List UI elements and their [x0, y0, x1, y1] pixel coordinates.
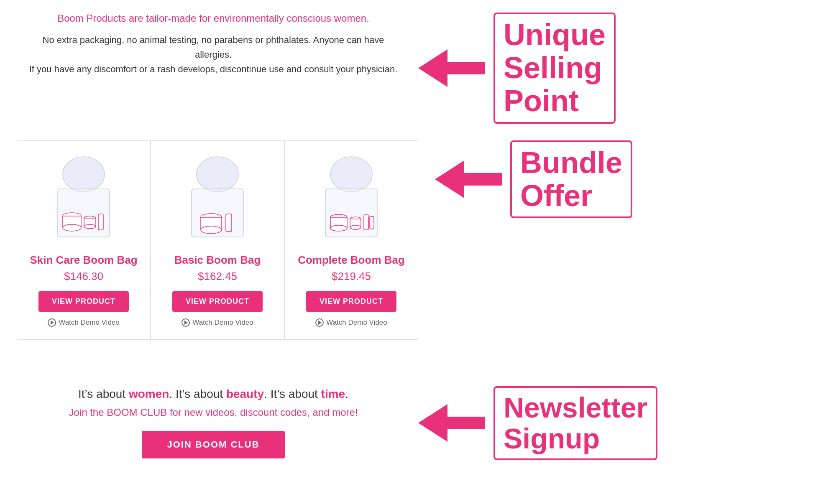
watch-demo-3[interactable]: Watch Demo Video [293, 318, 409, 327]
product-price-1: $146.30 [26, 270, 142, 283]
svg-point-10 [197, 157, 238, 192]
headline-part2: . It’s about [169, 387, 226, 400]
usp-arrow-icon [418, 49, 485, 87]
demo-label-3: Watch Demo Video [326, 318, 387, 327]
view-product-btn-1[interactable]: VIEW PRODUCT [38, 291, 129, 312]
product-card-2: Basic Boom Bag $162.45 VIEW PRODUCT Watc… [151, 140, 284, 340]
newsletter-label: Newsletter Signup [493, 386, 657, 461]
play-icon-1 [48, 318, 56, 327]
svg-point-14 [201, 226, 222, 234]
demo-label-1: Watch Demo Video [59, 318, 120, 327]
play-triangle-1 [51, 321, 54, 325]
watch-demo-2[interactable]: Watch Demo Video [159, 318, 276, 327]
bundle-label: Bundle Offer [510, 140, 632, 218]
newsletter-headline: It’s about women. It’s about beauty. It’… [25, 387, 401, 401]
svg-point-23 [350, 225, 361, 229]
product-card-1: Skin Care Boom Bag $146.30 VIEW PRODUCT … [17, 140, 151, 340]
bundle-arrow-label: Bundle Offer [435, 140, 819, 218]
demo-label-2: Watch Demo Video [192, 318, 253, 327]
headline-part3: . It’s about [264, 387, 321, 400]
newsletter-arrow-icon [418, 404, 485, 442]
usp-tagline: Boom Products are tailor-made for enviro… [25, 13, 401, 24]
usp-section: Boom Products are tailor-made for enviro… [0, 13, 836, 124]
play-triangle-3 [318, 321, 322, 325]
product-image-2 [159, 153, 276, 245]
product-bag-icon-3 [314, 155, 389, 243]
play-icon-3 [315, 318, 324, 327]
view-product-btn-2[interactable]: VIEW PRODUCT [172, 291, 263, 312]
product-name-2: Basic Boom Bag [159, 254, 276, 267]
newsletter-content: It’s about women. It’s about beauty. It’… [25, 387, 401, 458]
watch-demo-1[interactable]: Watch Demo Video [26, 318, 142, 327]
products-section: Skin Care Boom Bag $146.30 VIEW PRODUCT … [0, 140, 836, 340]
bundle-arrow-icon [435, 160, 502, 198]
svg-marker-27 [418, 404, 485, 442]
usp-label: Unique Selling Point [493, 13, 616, 124]
product-image-3 [293, 153, 409, 245]
newsletter-arrow-label: Newsletter Signup [418, 386, 811, 461]
view-product-btn-3[interactable]: VIEW PRODUCT [306, 291, 396, 312]
product-image-1 [26, 153, 142, 245]
usp-arrow-label: Unique Selling Point [418, 13, 811, 124]
newsletter-section: It’s about women. It’s about beauty. It’… [0, 365, 836, 461]
svg-rect-25 [370, 216, 374, 229]
usp-text-block: Boom Products are tailor-made for enviro… [25, 13, 401, 77]
newsletter-subtext: Join the BOOM CLUB for new videos, disco… [25, 407, 401, 418]
svg-rect-15 [226, 214, 232, 232]
headline-bold1: women [129, 387, 169, 400]
play-triangle-2 [184, 321, 188, 325]
product-bag-icon-2 [180, 155, 255, 243]
svg-point-5 [63, 224, 81, 231]
product-name-3: Complete Boom Bag [293, 254, 409, 267]
join-boom-club-button[interactable]: JOIN BOOM CLUB [142, 431, 284, 458]
product-card-3: Complete Boom Bag $219.45 VIEW PRODUCT W… [284, 140, 418, 340]
headline-bold2: beauty [226, 387, 264, 400]
main-container: Boom Products are tailor-made for enviro… [0, 0, 836, 473]
products-grid: Skin Care Boom Bag $146.30 VIEW PRODUCT … [17, 140, 418, 340]
product-bag-icon-1 [46, 155, 121, 243]
product-name-1: Skin Care Boom Bag [26, 254, 142, 267]
svg-point-1 [63, 157, 105, 192]
svg-marker-26 [435, 160, 502, 198]
headline-part1: It’s about [78, 387, 129, 400]
svg-marker-0 [418, 49, 485, 87]
play-icon-2 [182, 318, 190, 327]
svg-point-16 [330, 157, 372, 192]
product-price-3: $219.45 [293, 270, 409, 283]
svg-rect-9 [98, 214, 103, 230]
svg-rect-24 [364, 215, 368, 230]
headline-end: . [345, 387, 348, 400]
svg-point-20 [330, 225, 347, 231]
svg-point-8 [84, 224, 96, 229]
product-price-2: $162.45 [159, 270, 276, 283]
headline-bold3: time [321, 387, 345, 400]
usp-description: No extra packaging, no animal testing, n… [25, 33, 401, 77]
